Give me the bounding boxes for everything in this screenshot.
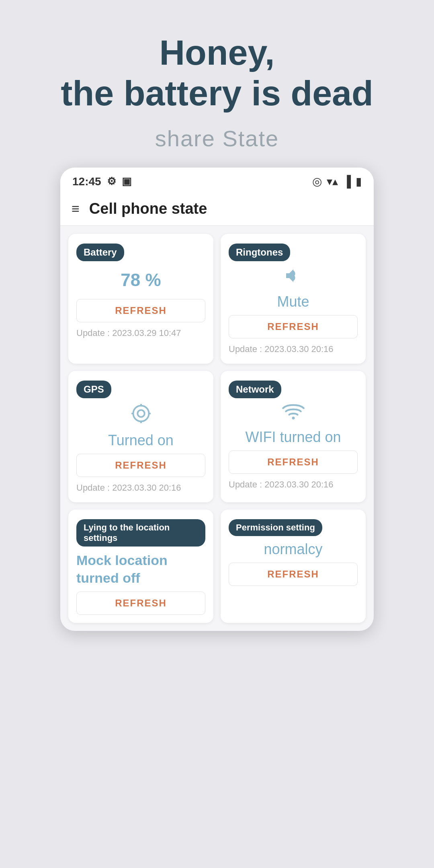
gps-update: Update : 2023.03.30 20:16 [76, 482, 205, 494]
battery-card: Battery 78 % REFRESH Update : 2023.03.29… [68, 234, 213, 364]
app-bar-title: Cell phone state [89, 200, 207, 217]
app-subtitle: share State [24, 125, 410, 151]
wifi-signal-icon [229, 403, 358, 424]
gear-icon: ⚙ [107, 175, 116, 188]
status-left: 12:45 ⚙ ▣ [72, 175, 132, 188]
mock-location-badge: Lying to the location settings [76, 519, 205, 547]
header-section: Honey, the battery is dead share State [0, 0, 434, 168]
mock-location-status: Mock location turned off [76, 551, 205, 587]
permission-card: Permission setting normalcy REFRESH [221, 510, 366, 623]
battery-icon: ▮ [356, 175, 362, 188]
svg-point-0 [137, 410, 144, 417]
network-status: WIFI turned on [229, 429, 358, 446]
gps-refresh-button[interactable]: REFRESH [76, 454, 205, 477]
ringtones-refresh-button[interactable]: REFRESH [229, 315, 358, 338]
permission-status: normalcy [229, 541, 358, 558]
ringtones-status: Mute [229, 293, 358, 310]
sim-icon: ▣ [122, 175, 132, 188]
status-bar: 12:45 ⚙ ▣ ◎ ▾▴ ▐ ▮ [60, 168, 374, 192]
app-bar: ≡ Cell phone state [60, 192, 374, 226]
gps-status: Turned on [76, 432, 205, 449]
network-badge: Network [229, 381, 281, 398]
cards-container: Battery 78 % REFRESH Update : 2023.03.29… [60, 226, 374, 631]
location-icon: ◎ [312, 175, 322, 188]
gps-icon [76, 403, 205, 427]
hamburger-icon[interactable]: ≡ [72, 201, 80, 217]
battery-refresh-button[interactable]: REFRESH [76, 299, 205, 322]
signal-icon: ▐ [343, 175, 351, 188]
battery-value: 78 % [76, 266, 205, 294]
network-refresh-button[interactable]: REFRESH [229, 450, 358, 474]
mock-location-refresh-button[interactable]: REFRESH [76, 592, 205, 615]
gps-card: GPS Turned on REFRESH Update : 2023.03.3… [68, 371, 213, 502]
battery-update: Update : 2023.03.29 10:47 [76, 327, 205, 340]
app-title: Honey, the battery is dead [24, 32, 410, 113]
status-right: ◎ ▾▴ ▐ ▮ [312, 175, 362, 188]
mock-location-card: Lying to the location settings Mock loca… [68, 510, 213, 623]
gps-badge: GPS [76, 381, 111, 398]
svg-point-1 [133, 406, 149, 422]
ringtones-badge: Ringtones [229, 244, 290, 261]
mute-icon [229, 266, 358, 289]
svg-point-6 [292, 417, 295, 420]
ringtones-card: Ringtones Mute REFRESH Update : 2023.03.… [221, 234, 366, 364]
permission-badge: Permission setting [229, 519, 322, 536]
status-time: 12:45 [72, 175, 101, 188]
phone-frame: 12:45 ⚙ ▣ ◎ ▾▴ ▐ ▮ ≡ Cell phone state Ba… [60, 168, 374, 631]
wifi-icon: ▾▴ [327, 175, 338, 188]
network-card: Network WIFI turned on REFRESH Update : … [221, 371, 366, 502]
permission-refresh-button[interactable]: REFRESH [229, 563, 358, 586]
network-update: Update : 2023.03.30 20:16 [229, 479, 358, 491]
ringtones-update: Update : 2023.03.30 20:16 [229, 343, 358, 356]
battery-badge: Battery [76, 244, 124, 261]
